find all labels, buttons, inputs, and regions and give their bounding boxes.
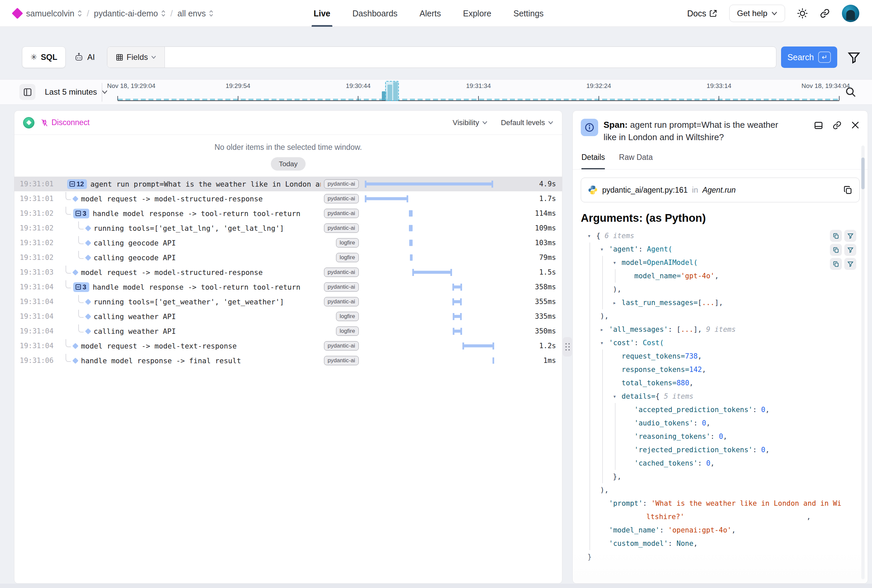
search-button[interactable]: Search ↵	[781, 46, 837, 68]
code-token-pn: {	[655, 390, 664, 403]
detail-tab-raw-data[interactable]: Raw Data	[619, 152, 653, 169]
copy-node-button[interactable]	[830, 244, 842, 256]
default-levels-dropdown[interactable]: Default levels	[501, 118, 553, 127]
fields-dropdown[interactable]: Fields	[107, 47, 165, 68]
expand-caret-icon[interactable]: ▾	[613, 390, 622, 403]
sql-mode-button[interactable]: ✳ SQL	[22, 46, 66, 68]
time-range-label: Last 5 minutes	[45, 87, 97, 97]
asterisk-icon: ✳	[30, 52, 37, 62]
time-range-dropdown[interactable]: Last 5 minutes	[45, 84, 108, 100]
trace-row[interactable]: 19:31:02calling geocode APIlogfire79ms	[14, 250, 562, 265]
span-name: handle model response -> tool-return too…	[93, 283, 300, 291]
filter-node-button[interactable]	[844, 258, 856, 270]
docs-link[interactable]: Docs	[687, 9, 717, 18]
nav-tab-explore[interactable]: Explore	[463, 0, 491, 27]
ai-mode-button[interactable]: AI	[70, 46, 100, 68]
scrollbar-track[interactable]	[861, 146, 865, 579]
code-token-pn: ,	[723, 430, 728, 443]
duration-label: 109ms	[529, 224, 562, 232]
code-token-pn: ],	[715, 296, 723, 309]
collapse-badge[interactable]: 3	[73, 282, 89, 292]
waterfall-cell	[365, 294, 529, 309]
timeline-selection[interactable]	[385, 81, 399, 101]
trace-row[interactable]: 19:31:04model request -> model-text-resp…	[14, 339, 562, 353]
get-help-button[interactable]: Get help	[729, 4, 785, 22]
tree-connector	[66, 354, 71, 362]
trace-row[interactable]: 19:31:043handle model response -> tool-r…	[14, 280, 562, 294]
breadcrumb-project[interactable]: pydantic-ai-demo	[94, 9, 166, 18]
code-token-key: 'custom_model'	[609, 537, 668, 550]
trace-row[interactable]: 19:31:02calling geocode APIlogfire103ms	[14, 236, 562, 250]
span-name: calling weather API	[94, 312, 176, 321]
span-name: running tools=['get_weather', 'get_weath…	[94, 298, 284, 306]
expand-caret-icon[interactable]: ▾	[600, 243, 609, 256]
copy-node-button[interactable]	[830, 230, 842, 242]
trace-row[interactable]: 19:31:03model request -> model-structure…	[14, 265, 562, 280]
nav-tab-settings[interactable]: Settings	[514, 0, 544, 27]
code-token-pn: [	[698, 296, 702, 309]
sidebar-toggle-button[interactable]	[19, 84, 36, 100]
duration-bar	[365, 183, 493, 186]
code-line: 'rejected_prediction_tokens': 0,	[581, 443, 868, 456]
code-token-cls: OpenAIModel(	[647, 256, 698, 269]
share-link-icon[interactable]	[820, 8, 830, 18]
source-location[interactable]: pydantic_ai/agent.py:161 in Agent.run	[581, 178, 860, 202]
nav-tab-alerts[interactable]: Alerts	[420, 0, 441, 27]
trace-row[interactable]: 19:31:04running tools=['get_weather', 'g…	[14, 294, 562, 309]
divider	[102, 83, 102, 102]
tree-connector	[78, 295, 84, 303]
span-detail-header: Span: agent run prompt=What is the weath…	[573, 111, 868, 147]
logfire-logo-icon[interactable]	[12, 8, 23, 19]
disconnect-button[interactable]: Disconnect	[40, 118, 90, 127]
code-token-pn: ,	[765, 443, 770, 456]
copy-link-icon[interactable]	[833, 121, 842, 130]
filter-node-button[interactable]	[844, 230, 856, 242]
code-token-key: 'accepted_prediction_tokens'	[634, 403, 753, 416]
collapsed-caret-icon[interactable]: ▸	[600, 323, 609, 336]
nav-tab-live[interactable]: Live	[314, 0, 330, 27]
trace-row[interactable]: 19:31:01model request -> model-structure…	[14, 191, 562, 206]
expand-caret-icon[interactable]: ▾	[613, 256, 622, 269]
breadcrumb-env[interactable]: all envs	[178, 9, 214, 18]
trace-row[interactable]: 19:31:023handle model response -> tool-r…	[14, 206, 562, 221]
scrollbar-thumb[interactable]	[861, 158, 865, 189]
timeline-histogram[interactable]: Nov 18, 19:29:0419:29:5419:30:4419:31:34…	[118, 81, 839, 102]
theme-toggle-sun-icon[interactable]	[797, 8, 808, 19]
today-pill[interactable]: Today	[271, 157, 306, 171]
code-token-num: 0	[761, 443, 765, 456]
collapse-badge[interactable]: 12	[67, 179, 87, 189]
trace-row[interactable]: 19:31:02running tools=['get_lat_lng', 'g…	[14, 221, 562, 236]
copy-icon[interactable]	[843, 185, 853, 195]
filter-node-button[interactable]	[844, 244, 856, 256]
code-token-pn: ),	[613, 283, 621, 296]
breadcrumb-org[interactable]: samuelcolvin	[26, 9, 82, 18]
trace-row[interactable]: 19:31:04calling weather APIlogfire350ms	[14, 324, 562, 339]
live-status-icon[interactable]	[23, 117, 34, 128]
user-avatar[interactable]	[842, 4, 859, 22]
expand-caret-icon[interactable]: ▾	[587, 229, 596, 243]
code-token-pn: ,	[806, 510, 811, 524]
copy-node-button[interactable]	[830, 258, 842, 270]
collapse-badge[interactable]: 3	[73, 209, 89, 218]
indent-guide	[615, 269, 616, 283]
trace-row[interactable]: 19:31:04calling weather APIlogfire335ms	[14, 309, 562, 324]
code-token-meta: 9 items	[706, 323, 736, 336]
duration-bar	[409, 210, 413, 217]
search-input[interactable]	[165, 47, 776, 68]
close-icon[interactable]	[851, 121, 860, 129]
trace-row[interactable]: 19:31:06handle model response -> final r…	[14, 353, 562, 368]
code-token-key: 'model_name'	[609, 524, 660, 537]
expand-caret-icon[interactable]: ▾	[600, 336, 609, 350]
search-bar: Fields	[107, 46, 776, 68]
code-token-pn: :	[698, 456, 706, 470]
timeline-tick-mark	[478, 96, 479, 100]
collapsed-caret-icon[interactable]: ▸	[613, 296, 622, 309]
detail-tab-details[interactable]: Details	[581, 152, 605, 169]
trace-row[interactable]: 19:31:0112agent run prompt=What is the w…	[14, 177, 562, 191]
panel-resize-handle[interactable]	[563, 337, 572, 357]
visibility-dropdown[interactable]: Visibility	[453, 118, 487, 127]
zoom-icon[interactable]	[845, 86, 857, 98]
dock-panel-icon[interactable]	[814, 121, 823, 130]
filter-funnel-icon[interactable]	[847, 51, 861, 64]
nav-tab-dashboards[interactable]: Dashboards	[352, 0, 397, 27]
